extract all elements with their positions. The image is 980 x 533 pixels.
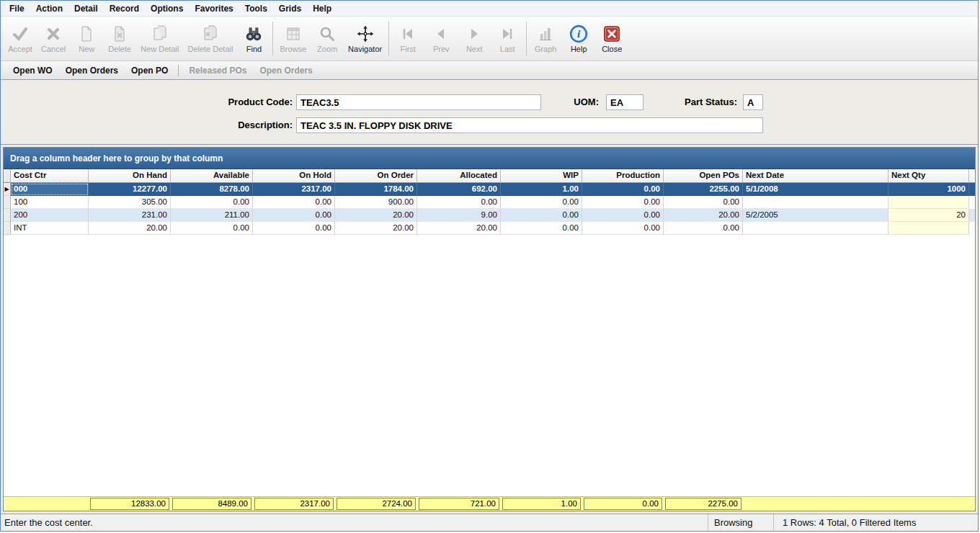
- cell-allocated[interactable]: 692.00: [417, 183, 501, 196]
- menu-record[interactable]: Record: [104, 2, 145, 15]
- cell-on-hold[interactable]: 0.00: [253, 196, 335, 209]
- cell-available[interactable]: 0.00: [171, 222, 253, 235]
- cell-next-date[interactable]: 5/2/2005: [743, 209, 888, 222]
- open-po-button[interactable]: Open PO: [125, 63, 174, 78]
- cell-cost-ctr[interactable]: 100: [11, 196, 89, 209]
- grid-empty-area: [4, 235, 975, 496]
- help-button[interactable]: iHelp: [562, 18, 595, 59]
- row-indicator: [4, 222, 11, 235]
- cell-next-date[interactable]: [743, 222, 888, 235]
- open-wo-button[interactable]: Open WO: [6, 63, 59, 78]
- cell-on-hand[interactable]: 231.00: [89, 209, 171, 222]
- column-header-wip[interactable]: WIP: [501, 169, 582, 182]
- nav-first-icon: [398, 24, 417, 43]
- cell-allocated[interactable]: 20.00: [417, 222, 501, 235]
- menu-action[interactable]: Action: [30, 2, 68, 15]
- cell-on-hand[interactable]: 12277.00: [89, 183, 171, 196]
- cell-production[interactable]: 0.00: [582, 209, 664, 222]
- description-field[interactable]: [296, 117, 763, 133]
- table-row-int[interactable]: INT20.000.000.0020.0020.000.000.000.00: [4, 222, 975, 235]
- last-button: Last: [491, 18, 524, 59]
- cell-next-qty[interactable]: [888, 222, 969, 235]
- column-header-available[interactable]: Available: [171, 169, 253, 182]
- delete-detail-button: Delete Detail: [183, 18, 237, 59]
- cell-production[interactable]: 0.00: [582, 196, 664, 209]
- total-open-pos: 2275.00: [665, 498, 741, 510]
- column-header-on-order[interactable]: On Order: [335, 169, 417, 182]
- cell-on-hold[interactable]: 0.00: [253, 209, 335, 222]
- prev-button: Prev: [424, 18, 458, 59]
- column-header-next-date[interactable]: Next Date: [743, 169, 888, 182]
- navigator-button[interactable]: Navigator: [344, 18, 386, 59]
- column-header-open-pos[interactable]: Open POs: [664, 169, 743, 182]
- cell-on-order[interactable]: 900.00: [335, 196, 417, 209]
- menu-grids[interactable]: Grids: [273, 2, 307, 15]
- cell-available[interactable]: 8278.00: [171, 183, 253, 196]
- column-header-on-hold[interactable]: On Hold: [253, 169, 335, 182]
- close-button[interactable]: Close: [595, 18, 628, 59]
- table-row-100[interactable]: 100305.000.000.00900.000.000.000.000.00: [4, 196, 975, 209]
- find-button[interactable]: Find: [237, 18, 270, 59]
- cell-cost-ctr[interactable]: 200: [11, 209, 89, 222]
- browse-button: Browse: [275, 18, 311, 59]
- cell-on-hand[interactable]: 20.00: [89, 222, 171, 235]
- delete-doc-icon: [110, 24, 129, 43]
- toolbar-button-label: First: [400, 45, 415, 53]
- menu-help[interactable]: Help: [307, 2, 337, 15]
- open-orders-button[interactable]: Open Orders: [59, 63, 125, 78]
- toolbar-separator: [526, 22, 527, 55]
- cell-available[interactable]: 0.00: [171, 196, 253, 209]
- cell-available[interactable]: 211.00: [171, 209, 253, 222]
- menu-options[interactable]: Options: [145, 2, 189, 15]
- cell-open-pos[interactable]: 0.00: [664, 196, 743, 209]
- cell-next-qty[interactable]: [888, 196, 969, 209]
- cell-next-date[interactable]: [743, 196, 888, 209]
- column-header-on-hand[interactable]: On Hand: [89, 169, 171, 182]
- group-by-bar[interactable]: Drag a column header here to group by th…: [4, 148, 975, 169]
- cell-on-order[interactable]: 20.00: [335, 209, 417, 222]
- cell-production[interactable]: 0.00: [582, 183, 664, 196]
- nav-next-icon: [465, 24, 484, 43]
- cell-cost-ctr[interactable]: 000: [11, 183, 89, 196]
- cell-wip[interactable]: 0.00: [501, 222, 582, 235]
- column-header-cost-ctr[interactable]: Cost Ctr: [11, 169, 89, 182]
- uom-field[interactable]: [606, 94, 643, 110]
- cell-on-hold[interactable]: 2317.00: [253, 183, 335, 196]
- cell-next-qty[interactable]: 1000: [888, 183, 969, 196]
- cell-wip[interactable]: 0.00: [501, 196, 582, 209]
- cell-next-qty[interactable]: 20: [888, 209, 969, 222]
- column-header-production[interactable]: Production: [582, 169, 664, 182]
- row-indicator-header: [4, 169, 11, 182]
- cell-open-pos[interactable]: 0.00: [664, 222, 743, 235]
- menu-detail[interactable]: Detail: [68, 2, 104, 15]
- cell-on-hand[interactable]: 305.00: [89, 196, 171, 209]
- status-message: Enter the cost center.: [1, 517, 708, 528]
- uom-label: UOM:: [545, 97, 599, 107]
- new-doc-icon: [77, 24, 96, 43]
- cell-open-pos[interactable]: 20.00: [664, 209, 743, 222]
- cell-allocated[interactable]: 0.00: [417, 196, 501, 209]
- menu-tools[interactable]: Tools: [239, 2, 273, 15]
- cell-on-hold[interactable]: 0.00: [253, 222, 335, 235]
- column-header-allocated[interactable]: Allocated: [417, 169, 501, 182]
- product-code-field[interactable]: [296, 94, 541, 110]
- cell-on-order[interactable]: 20.00: [335, 222, 417, 235]
- menu-favorites[interactable]: Favorites: [189, 2, 239, 15]
- column-header-next-qty[interactable]: Next Qty: [888, 169, 969, 182]
- cell-wip[interactable]: 0.00: [501, 209, 582, 222]
- cell-on-order[interactable]: 1784.00: [335, 183, 417, 196]
- table-row-000[interactable]: ▶00012277.008278.002317.001784.00692.001…: [4, 183, 975, 196]
- menu-file[interactable]: File: [4, 2, 30, 15]
- cell-open-pos[interactable]: 2255.00: [664, 183, 743, 196]
- cell-next-date[interactable]: 5/1/2008: [743, 183, 888, 196]
- part-status-field[interactable]: [743, 94, 763, 110]
- cell-allocated[interactable]: 9.00: [417, 209, 501, 222]
- status-rows-info: 1 Rows: 4 Total, 0 Filtered Items: [774, 517, 978, 528]
- toolbar-button-label: Accept: [8, 45, 32, 53]
- cell-cost-ctr[interactable]: INT: [11, 222, 89, 235]
- product-code-label: Product Code:: [179, 97, 293, 107]
- table-row-200[interactable]: 200231.00211.000.0020.009.000.000.0020.0…: [4, 209, 975, 222]
- cell-wip[interactable]: 1.00: [501, 183, 582, 196]
- cell-production[interactable]: 0.00: [582, 222, 664, 235]
- toolbar-separator: [272, 22, 273, 55]
